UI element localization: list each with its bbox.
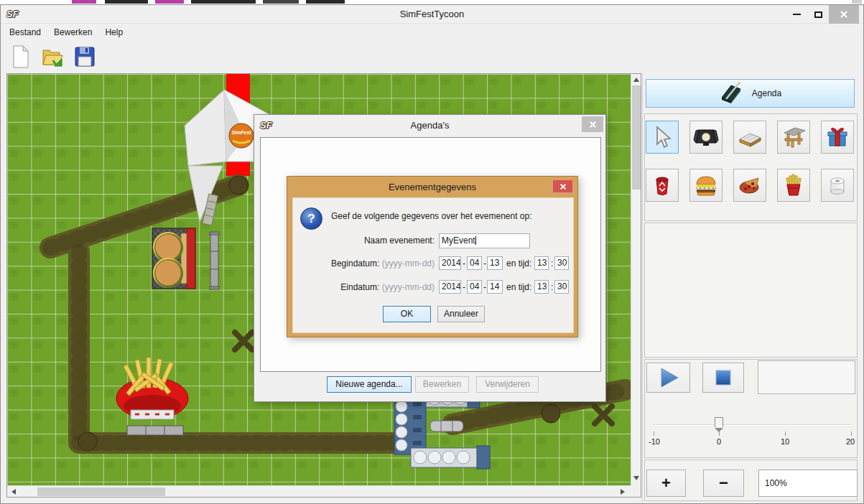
event-dialog-titlebar[interactable]: Evenementgegevens <box>287 177 577 197</box>
event-dialog: Evenementgegevens ? Geef de volgende geg… <box>287 176 578 337</box>
stop-icon <box>713 368 733 388</box>
gift-tool-button[interactable] <box>821 121 854 154</box>
agenda-book-icon <box>719 82 743 105</box>
end-hour-field[interactable]: 13 <box>534 280 549 294</box>
dash-separator: - <box>463 258 465 269</box>
name-label: Naam evenement: <box>293 235 435 246</box>
agenda-list-panel <box>644 223 858 358</box>
platform-tool-button[interactable] <box>733 121 766 154</box>
agenda-button-label: Agenda <box>752 88 781 98</box>
agendas-dialog-title: Agenda's <box>254 115 605 136</box>
slider-label-min: -10 <box>649 437 660 446</box>
begin-minute-field[interactable]: 30 <box>554 256 569 270</box>
cursor-icon <box>649 124 675 150</box>
right-panel: Agenda <box>642 73 862 503</box>
end-label: Eindatum: (yyyy-mm-dd) <box>293 282 435 292</box>
time-label: en tijd: <box>506 258 531 269</box>
begin-day-field[interactable]: 13 <box>487 256 503 270</box>
trashcan-icon <box>649 172 675 198</box>
cancel-button[interactable]: Annuleer <box>437 306 485 322</box>
open-file-icon <box>40 45 65 69</box>
new-file-icon <box>9 45 32 69</box>
spotlight-tool-button[interactable] <box>689 121 723 154</box>
window-titlebar[interactable]: SF SimFestTycoon <box>1 5 863 24</box>
pizza-icon <box>737 172 763 198</box>
end-day-field[interactable]: 14 <box>487 280 503 294</box>
plus-icon: + <box>661 474 671 493</box>
agenda-button[interactable]: Agenda <box>646 79 855 108</box>
new-file-button[interactable] <box>8 43 34 70</box>
event-dialog-close-button[interactable] <box>552 179 573 193</box>
slider-tick <box>785 431 786 436</box>
open-file-button[interactable] <box>40 43 65 70</box>
save-file-button[interactable] <box>71 43 97 70</box>
screen: SF SimFestTycoon Bestand Bewerken Help <box>0 0 864 504</box>
scroll-left-icon[interactable] <box>11 489 16 495</box>
agendas-dialog-close-button[interactable] <box>582 116 603 132</box>
bench[interactable] <box>430 421 463 431</box>
close-icon <box>589 121 597 129</box>
delete-agenda-button[interactable]: Verwijderen <box>476 376 539 393</box>
dash-separator: - <box>463 282 465 292</box>
zoom-in-button[interactable]: + <box>646 470 686 497</box>
begin-hour-field[interactable]: 13 <box>534 256 549 270</box>
menu-bewerken[interactable]: Bewerken <box>54 27 92 37</box>
burger-stand[interactable] <box>152 228 195 289</box>
horizontal-scrollbar[interactable] <box>7 485 631 497</box>
platform-icon <box>737 124 763 150</box>
bench[interactable] <box>127 426 183 435</box>
minimize-button[interactable] <box>786 5 807 24</box>
ok-button[interactable]: OK <box>383 306 431 322</box>
begin-year-field[interactable]: 2014 <box>439 256 461 270</box>
strip-mark <box>72 0 96 4</box>
maximize-button[interactable] <box>807 5 829 24</box>
text-caret <box>475 236 476 245</box>
horizontal-scroll-thumb[interactable] <box>37 487 165 496</box>
menu-help[interactable]: Help <box>105 27 123 37</box>
bench[interactable] <box>210 232 219 289</box>
zoom-level-field[interactable]: 100% <box>758 470 858 497</box>
strip-mark <box>155 0 184 4</box>
menu-bestand[interactable]: Bestand <box>9 27 41 37</box>
event-instruction: Geef de volgende gegevens over het eveme… <box>331 211 532 221</box>
edit-agenda-button[interactable]: Bewerken <box>415 376 469 393</box>
date-format-hint: (yyyy-mm-dd) <box>382 258 435 269</box>
stop-button[interactable] <box>702 363 744 393</box>
new-agenda-button[interactable]: Nieuwe agenda... <box>327 376 412 393</box>
close-button[interactable] <box>829 5 859 24</box>
end-minute-field[interactable]: 30 <box>554 280 569 294</box>
toilet-paper-tool-button[interactable] <box>821 169 854 202</box>
end-month-field[interactable]: 04 <box>467 280 482 294</box>
burger-tool-button[interactable] <box>689 169 723 202</box>
agendas-dialog-titlebar[interactable]: SF Agenda's <box>254 115 605 136</box>
scroll-down-icon[interactable] <box>633 476 639 480</box>
fries-tool-button[interactable] <box>777 169 810 202</box>
save-file-icon <box>73 45 96 69</box>
speed-slider-thumb[interactable] <box>715 417 723 427</box>
vertical-scroll-thumb[interactable] <box>632 85 641 190</box>
speed-slider-track[interactable] <box>654 424 851 426</box>
vertical-scrollbar[interactable] <box>631 74 641 485</box>
event-name-field[interactable]: MyEvent <box>439 233 530 248</box>
pizza-tool-button[interactable] <box>733 169 766 202</box>
select-tool-button[interactable] <box>646 121 679 154</box>
stage-tool-button[interactable] <box>777 121 810 154</box>
slider-label-ten: 10 <box>781 437 789 446</box>
end-year-field[interactable]: 2014 <box>439 280 461 294</box>
burger-icon <box>693 172 719 198</box>
colon-separator: : <box>551 282 553 292</box>
window-title: SimFestTycoon <box>1 5 863 24</box>
strip-mark <box>191 0 256 4</box>
trash-tool-button[interactable] <box>646 169 679 202</box>
scroll-right-icon[interactable] <box>621 489 625 495</box>
zoom-out-button[interactable]: − <box>703 470 744 497</box>
playback-status-box <box>758 360 855 394</box>
begin-month-field[interactable]: 04 <box>467 256 482 270</box>
event-dialog-title: Evenementgegevens <box>287 177 577 197</box>
minimize-icon <box>793 14 801 15</box>
strip-mark <box>105 0 148 4</box>
date-format-hint: (yyyy-mm-dd) <box>382 282 435 292</box>
play-button[interactable] <box>646 363 690 393</box>
scroll-up-icon[interactable] <box>633 78 639 82</box>
strip-mark <box>306 0 345 4</box>
